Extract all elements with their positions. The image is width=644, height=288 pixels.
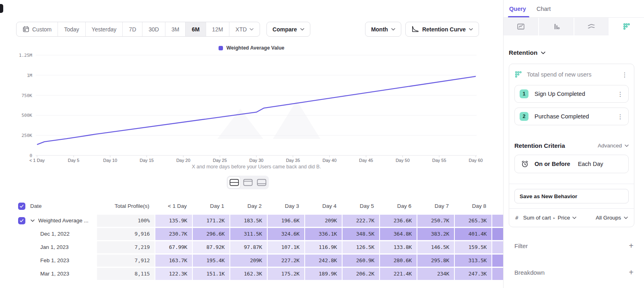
report-type-label: Retention	[509, 49, 537, 56]
retention-value-cell: 234K	[417, 267, 454, 280]
chart-canvas	[0, 0, 503, 174]
event-number-badge: 2	[520, 112, 528, 121]
row-label: Mar 1, 2023	[40, 271, 69, 277]
kebab-menu-icon[interactable]: ⋮	[616, 91, 624, 97]
retention-value-cell: 296.6K	[192, 227, 230, 240]
behavior-header: Total spend of new users ⋮	[514, 69, 629, 80]
main-panel: CustomTodayYesterday7D30D3M6M12MXTD Comp…	[0, 0, 503, 288]
retention-value-cell: 97.87K	[230, 240, 267, 254]
groups-dropdown[interactable]: All Groups	[596, 215, 628, 221]
column-header: Total Profile(s)	[97, 199, 155, 214]
column-header: Day 5	[342, 199, 380, 214]
x-axis-tick: Day 30	[242, 158, 271, 163]
save-as-new-behavior-button[interactable]: Save as New Behavior	[514, 189, 629, 203]
table-row: Dec 1, 20229,916230.7K296.6K311.5K324.6K…	[12, 227, 503, 240]
retention-value-cell: 324.6K	[267, 227, 305, 240]
x-axis-tick: Day 20	[169, 158, 198, 163]
retention-value-cell: 195.4K	[192, 254, 230, 267]
retention-value-cell: 175.2K	[267, 267, 305, 280]
retention-value-cell: 122.3K	[155, 267, 192, 280]
x-axis-tick: < 1 Day	[23, 158, 52, 163]
chevron-down-icon	[541, 52, 545, 54]
retention-value-cell: 280.6K	[380, 254, 417, 267]
x-axis-tick: Day 5	[59, 158, 88, 163]
add-breakdown-button[interactable]: +	[629, 268, 634, 276]
x-axis-tick: Day 55	[425, 158, 454, 163]
total-profiles-cell: 9,916	[97, 227, 155, 240]
behavior-card: Total spend of new users ⋮ 1 Sign Up Com…	[509, 64, 634, 227]
column-header: Day 7	[417, 199, 454, 214]
row-label: Dec 1, 2022	[40, 231, 70, 237]
column-header: Day 6	[380, 199, 417, 214]
retention-value-cell: 151.1K	[192, 267, 230, 280]
criteria-row[interactable]: On or Before Each Day	[514, 155, 629, 173]
column-header: Day 3	[267, 199, 305, 214]
retention-value-cell: 133.8K	[380, 240, 417, 254]
y-axis-tick: 250K	[0, 133, 32, 138]
layout-toggle-group	[227, 176, 269, 189]
retention-value-cell: 336.1K	[305, 227, 342, 240]
filter-label: Filter	[514, 242, 528, 249]
bottom-band-view-icon	[257, 179, 266, 186]
retention-value-cell: 171.2K	[192, 214, 230, 227]
tab-query[interactable]: Query	[509, 0, 526, 17]
retention-value-cell: 348.5K	[342, 227, 380, 240]
event-number-badge: 1	[520, 89, 528, 98]
column-header: Day 2	[230, 199, 267, 214]
row-label-cell: Weighted Average ...	[12, 214, 97, 227]
row-label: Jan 1, 2023	[40, 244, 69, 250]
caret-right-icon: ▸	[553, 216, 555, 220]
expand-chevron-icon[interactable]	[31, 220, 35, 222]
split-view-icon	[229, 179, 239, 186]
total-profiles-cell: 8,115	[97, 267, 155, 280]
layout-split-button[interactable]	[228, 177, 240, 188]
retention-chart: Weighted Average Value X and more days b…	[0, 0, 503, 174]
chart-legend[interactable]: Weighted Average Value	[0, 45, 503, 51]
column-header: < 1 Day	[155, 199, 192, 214]
report-type-selector[interactable]: Retention	[509, 49, 634, 56]
criteria-value: Each Day	[578, 161, 603, 167]
retention-value-cell: 227.2K	[267, 254, 305, 267]
kebab-menu-icon[interactable]: ⋮	[616, 114, 624, 120]
layout-bottom-button[interactable]	[255, 177, 268, 188]
event-row-signup[interactable]: 1 Sign Up Completed ⋮	[514, 85, 629, 103]
retention-value-cell: 183.5K	[230, 214, 267, 227]
measure-dropdown[interactable]: Sum of cart ▸ Price	[523, 215, 576, 221]
x-axis-tick: Day 25	[205, 158, 234, 163]
report-type-strip	[504, 18, 644, 35]
row-checkbox[interactable]	[18, 217, 25, 224]
retention-value-cell: 230.7K	[155, 227, 192, 240]
y-axis-tick: 1.25M	[0, 53, 32, 58]
add-filter-button[interactable]: +	[629, 242, 634, 250]
retention-value-cell: 87.92K	[192, 240, 230, 254]
tab-retention[interactable]	[609, 18, 644, 35]
layout-top-button[interactable]	[242, 177, 254, 188]
top-band-view-icon	[243, 179, 253, 186]
column-header: Day 1	[192, 199, 230, 214]
retention-value-cell: 265.3K	[454, 214, 492, 227]
retention-value-cell: 189.9K	[305, 267, 342, 280]
retention-value-cell: 126.5K	[342, 240, 380, 254]
kebab-menu-icon[interactable]: ⋮	[621, 72, 629, 78]
tab-insights[interactable]	[504, 18, 539, 35]
sidebar-content: Retention Total spend of new users ⋮ 1 S…	[504, 49, 644, 276]
column-header-partial	[492, 199, 503, 214]
event-row-purchase[interactable]: 2 Purchase Completed ⋮	[514, 108, 629, 125]
select-all-checkbox[interactable]	[18, 203, 25, 210]
legend-label: Weighted Average Value	[226, 45, 284, 51]
tab-chart[interactable]: Chart	[537, 0, 551, 17]
insights-icon	[517, 23, 525, 31]
query-sidebar: Query Chart	[503, 0, 644, 288]
retention-value-cell: 222.7K	[342, 214, 380, 227]
x-axis-caption: X and more days before your Users came b…	[12, 164, 501, 170]
retention-value-cell: 383.2K	[417, 227, 454, 240]
retention-value-cell: 206.2K	[342, 267, 380, 280]
retention-value-cell: 209K	[305, 214, 342, 227]
tab-flows[interactable]	[574, 18, 610, 35]
row-label: Feb 1, 2023	[40, 257, 69, 263]
retention-value-cell: 135.9K	[155, 214, 192, 227]
retention-value-cell: 196.6K	[267, 214, 305, 227]
tab-funnels[interactable]	[539, 18, 574, 35]
criteria-mode-dropdown[interactable]: Advanced	[598, 143, 629, 149]
row-label-cell: Dec 1, 2022	[12, 227, 97, 240]
